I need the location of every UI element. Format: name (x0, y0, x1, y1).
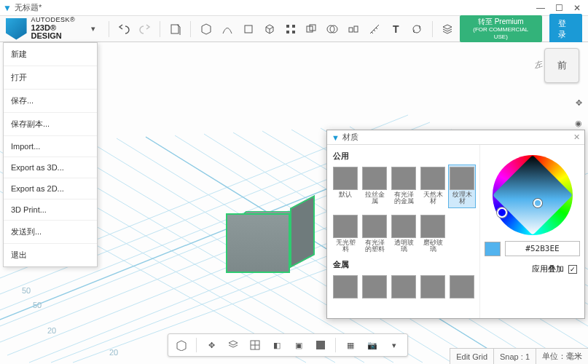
bt-view2[interactable]: ▣ (289, 336, 309, 355)
bt-layers[interactable] (223, 336, 243, 355)
material-frosted-glass[interactable]: 磨砂玻璃 (419, 213, 447, 256)
redo-button[interactable] (136, 20, 154, 39)
status-snap[interactable]: Snap : 1 (493, 349, 536, 364)
svg-rect-1 (245, 25, 252, 33)
window-title: 无标题* (15, 2, 42, 13)
bt-collapse[interactable]: ▾ (384, 336, 404, 355)
menu-save-copy[interactable]: 保存副本... (4, 113, 97, 136)
menu-new[interactable]: 新建 (4, 43, 97, 66)
menu-export-2d[interactable]: Export as 2D... (4, 178, 97, 199)
material-cat-metal: 金属 (332, 256, 478, 273)
svg-rect-10 (349, 28, 353, 32)
svg-text:50: 50 (22, 286, 31, 295)
insert-button[interactable] (166, 20, 184, 39)
main-toolbar: AUTODESK® 123D® DESIGN ▾ T 转至 Premium (F… (0, 16, 588, 42)
svg-rect-5 (292, 31, 295, 33)
convert-button[interactable] (408, 20, 426, 39)
menu-save[interactable]: 保存... (4, 90, 97, 113)
menu-export-3d[interactable]: Export as 3D... (4, 157, 97, 178)
modify-button[interactable] (260, 20, 278, 39)
material-natural-wood[interactable]: 天然木材 (419, 165, 447, 208)
apply-overlay-checkbox[interactable]: ✓ (568, 265, 577, 274)
menu-import[interactable]: Import... (4, 136, 97, 157)
svg-rect-2 (286, 25, 289, 28)
material-list[interactable]: 公用 默认 拉丝金属 有光泽的金属 天然木材 纹理木材 无光塑料 有光泽的塑料 … (327, 145, 480, 318)
undo-button[interactable] (114, 20, 133, 39)
material-default[interactable]: 默认 (332, 165, 359, 208)
material-panel-close[interactable]: ✕ (573, 132, 580, 142)
material-clear-glass[interactable]: 透明玻璃 (390, 213, 418, 256)
brand-icon (6, 18, 27, 40)
app-logo-tiny: ▼ (332, 133, 340, 142)
pattern-button[interactable] (281, 20, 299, 39)
material-glossy-plastic[interactable]: 有光泽的塑料 (361, 213, 388, 256)
bt-shade[interactable] (310, 336, 331, 355)
svg-rect-4 (286, 31, 289, 33)
material-panel-title: 材质 (342, 132, 358, 143)
bt-view1[interactable]: ◧ (267, 336, 287, 355)
apply-overlay-label: 应用叠加 (532, 264, 564, 274)
material-cat-public: 公用 (332, 148, 478, 165)
svg-text:50: 50 (33, 301, 42, 309)
svg-rect-0 (171, 25, 179, 33)
status-units[interactable]: 单位：毫米 (536, 349, 588, 364)
app-menu: 新建 打开 保存... 保存副本... Import... Export as … (3, 42, 98, 267)
sv-handle[interactable] (533, 199, 542, 207)
bt-camera[interactable]: 📷 (362, 336, 383, 355)
material-brushed-metal[interactable]: 拉丝金属 (361, 165, 388, 208)
current-color-swatch (485, 242, 501, 256)
menu-exit[interactable]: 退出 (4, 244, 97, 266)
viewcube-front[interactable]: 前 (557, 59, 567, 72)
pan-button[interactable]: ✥ (571, 95, 587, 111)
combine-button[interactable] (324, 20, 342, 39)
primitive-button[interactable] (197, 20, 215, 39)
bt-q[interactable]: ▦ (340, 336, 361, 355)
materials-button[interactable] (439, 20, 457, 39)
bt-home[interactable] (171, 336, 192, 355)
close-button[interactable]: ✕ (573, 3, 581, 13)
maximize-button[interactable]: ☐ (555, 3, 563, 13)
menu-open[interactable]: 打开 (4, 66, 97, 90)
svg-text:20: 20 (47, 326, 56, 335)
brand-line2: 123D® DESIGN (31, 24, 87, 41)
brand-chevron-icon[interactable]: ▾ (91, 24, 95, 33)
group-button[interactable] (302, 20, 321, 39)
svg-rect-43 (316, 341, 325, 349)
status-bar: Edit Grid Snap : 1 单位：毫米 (450, 348, 588, 364)
color-wheel[interactable] (493, 155, 573, 235)
hue-handle[interactable] (497, 207, 507, 218)
premium-button[interactable]: 转至 Premium (FOR COMMERCIAL USE) (460, 15, 542, 42)
svg-text:20: 20 (109, 348, 118, 357)
menu-3d-print[interactable]: 3D Print... (4, 199, 97, 221)
svg-rect-3 (292, 25, 295, 28)
material-light-wood[interactable]: 纹理木材 (448, 165, 476, 208)
hex-input[interactable]: #52B3EE (505, 241, 580, 256)
material-glossy-metal[interactable]: 有光泽的金属 (390, 165, 418, 208)
material-metal-1[interactable] (332, 273, 359, 317)
brand-block[interactable]: AUTODESK® 123D® DESIGN ▾ (6, 17, 103, 41)
status-edit-grid[interactable]: Edit Grid (450, 349, 493, 364)
svg-rect-11 (354, 26, 358, 32)
material-metal-4[interactable] (419, 273, 447, 317)
construct-button[interactable] (239, 20, 257, 39)
material-matte-plastic[interactable]: 无光塑料 (332, 213, 359, 256)
orbit-button[interactable]: ◉ (571, 115, 587, 131)
material-metal-5[interactable] (448, 273, 476, 317)
text-button[interactable]: T (387, 20, 405, 39)
measure-button[interactable] (366, 20, 384, 39)
bt-move[interactable]: ✥ (201, 336, 222, 355)
selected-cube[interactable] (226, 199, 302, 275)
material-metal-3[interactable] (390, 273, 418, 317)
viewcube[interactable]: 左 前 (544, 48, 579, 83)
window-titlebar: ▼ 无标题* — ☐ ✕ (0, 0, 588, 16)
app-logo-small: ▼ (3, 3, 12, 13)
bottom-toolbar: ✥ ◧ ▣ ▦ 📷 ▾ (168, 333, 408, 357)
minimize-button[interactable]: — (536, 3, 545, 13)
material-metal-2[interactable] (361, 273, 388, 317)
login-button[interactable]: 登录 (549, 14, 582, 44)
material-panel: ▼ 材质 ✕ 公用 默认 拉丝金属 有光泽的金属 天然木材 纹理木材 无光塑料 … (326, 130, 585, 319)
snap-button[interactable] (345, 20, 363, 39)
sketch-button[interactable] (218, 20, 236, 39)
menu-send-to[interactable]: 发送到... (4, 221, 97, 244)
bt-grid[interactable] (245, 336, 265, 355)
